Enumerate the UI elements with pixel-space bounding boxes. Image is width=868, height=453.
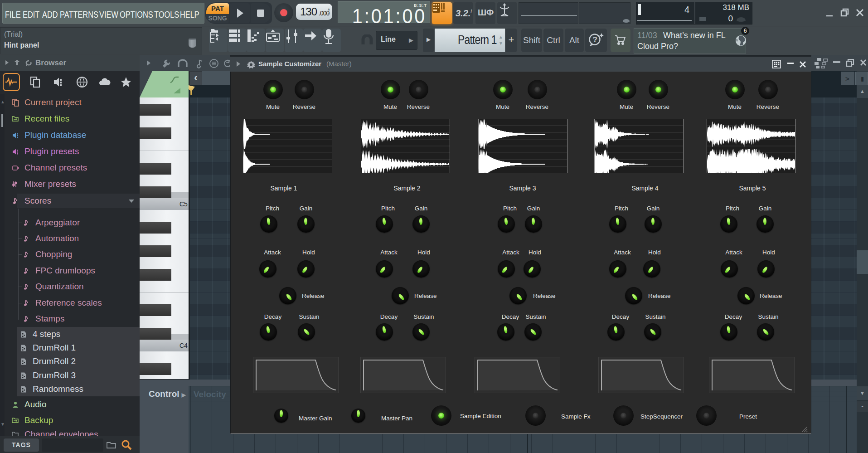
svg-text:?: ? bbox=[593, 35, 597, 44]
